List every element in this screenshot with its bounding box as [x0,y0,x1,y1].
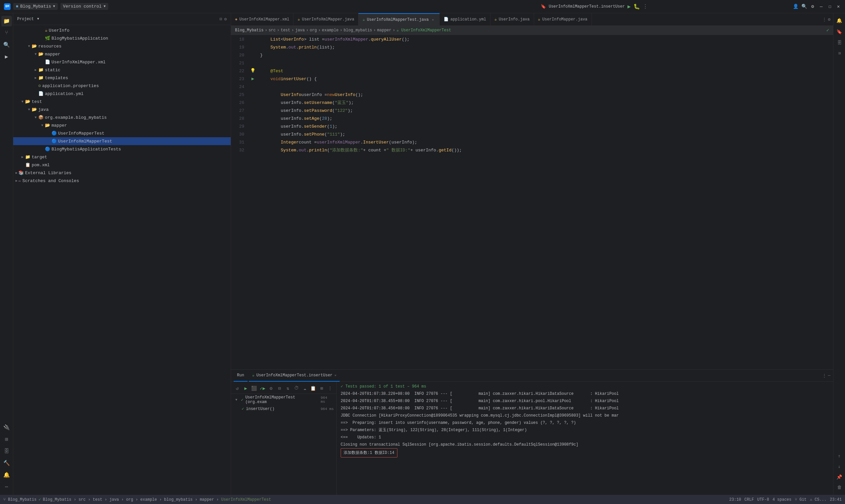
more-run-tools-icon[interactable]: ⋮ [327,384,334,392]
project-sidebar-icon[interactable]: 📁 [1,16,12,26]
status-indent[interactable]: 4 spaces [772,498,792,502]
breadcrumb-item[interactable]: org [310,28,317,33]
plugins-icon[interactable]: 🔌 [1,422,12,433]
tree-item-userinfoxmlmapper-xml[interactable]: 📄 UserInfoXmlMapper.xml [13,58,231,66]
tab-userinfo-java[interactable]: ☕ UserInfo.java [491,13,534,26]
tab-settings-icon[interactable]: ⚙ [828,17,830,22]
stop-icon[interactable]: ⬛ [250,384,258,392]
tree-item-scratches[interactable]: ▶ ✏ Scratches and Consoles [13,177,231,185]
sort-asc-icon[interactable]: ⇑ [835,451,844,461]
profile-icon[interactable]: 👤 [793,4,798,9]
debug-button[interactable]: 🐛 [633,3,640,10]
export-icon[interactable]: ☁ [301,384,309,392]
pin-icon[interactable]: 📌 [835,472,844,482]
run-line-icon[interactable]: ▶ [248,74,258,83]
project-panel-header: Project ▼ ⊟ ⚙ [13,13,231,25]
test-suite-item[interactable]: ▼ ✓ UserInfoXmlMapperTest (org.exam 964 … [231,394,336,406]
status-extra[interactable]: 23:41 [830,498,842,502]
status-branch[interactable]: ⑂ Blog_Mybatis [3,498,37,502]
run-tab-close-icon[interactable]: ✕ [334,373,336,377]
tab-application-yml[interactable]: 📄 application.yml [440,13,491,26]
tab-userinfo-xml-mapper-xml[interactable]: ◈ UserInfoXmlMapper.xml [231,13,294,26]
breadcrumb-item[interactable]: mapper [377,28,391,33]
tab-list-icon[interactable]: ⋮ [822,17,827,22]
terminal-icon[interactable]: ⊞ [1,434,12,445]
tree-item-test[interactable]: ▼ 📂 test [13,97,231,106]
collapse-all-icon[interactable]: ⊟ [219,17,222,22]
tree-item-blogtests[interactable]: 🔵 BlogMybatisApplicationTests [13,145,231,153]
status-breadcrumb[interactable]: Blog_Mybatis › src › test › java › org ›… [43,498,271,502]
tree-item-target[interactable]: ▶ 📁 target [13,153,231,161]
sort-icon[interactable]: ⇅ [284,384,292,392]
tree-item-java[interactable]: ▼ 📂 java [13,106,231,113]
tree-item-app-properties[interactable]: ⚙ application.properties [13,82,231,90]
settings-icon[interactable]: ⚙ [810,4,815,9]
status-crlf[interactable]: CRLF [744,498,754,502]
breadcrumb-item[interactable]: java [295,28,305,33]
maximize-button[interactable]: ☐ [827,4,832,9]
run-panel-minimize-icon[interactable]: — [828,373,830,378]
tree-item-templates[interactable]: ▶ 📁 templates [13,74,231,82]
tab-close-icon[interactable]: ✕ [431,17,435,22]
database-right-icon[interactable]: 🗄 [835,38,844,48]
sort-desc-icon[interactable]: ⇓ [835,462,844,471]
close-button[interactable]: ✕ [836,4,841,9]
tree-item-static[interactable]: ▶ 📁 static [13,66,231,74]
filter-icon[interactable]: ⊟ [276,384,283,392]
status-git-icon[interactable]: ⑂ Git [795,498,807,502]
tree-item-userinfoxmlmappertest[interactable]: 🔵 UserInfoXmlMapperTest [13,137,231,145]
bookmark-icon[interactable]: 🔖 [835,27,844,36]
tree-item-mapper-resources[interactable]: ▼ 📂 mapper [13,50,231,58]
run-tab-test[interactable]: ☕ UserInfoXmlMapperTest.insertUser ✕ [249,370,340,382]
tree-item-app-yml[interactable]: 📄 application.yml [13,90,231,97]
run-panel-more-icon[interactable]: ⋮ [822,373,827,378]
tab-userinfo-xml-mapper-test-java[interactable]: ☕ UserInfoXmlMapperTest.java ✕ [358,13,439,26]
tree-item-package[interactable]: ▼ 📦 org.example.blog_mybatis [13,113,231,121]
test-item-insertuser[interactable]: ✓ insertUser() 964 ms [231,406,336,412]
notifications-icon[interactable]: 🔔 [1,470,12,480]
settings-run-icon[interactable]: ⚙ [267,384,275,392]
settings-gear-icon[interactable]: ⚙ [224,17,227,22]
minimize-button[interactable]: — [818,4,824,9]
more-tools-icon[interactable]: ⋯ [1,482,12,492]
run-failed-icon[interactable]: ✓▶ [259,384,266,392]
notifications-right-icon[interactable]: 🔔 [835,16,844,25]
breadcrumb-item[interactable]: Blog_Mybatis [235,28,263,33]
vcs-button[interactable]: Version control ▼ [60,3,108,10]
trash-icon[interactable]: 🗑 [835,483,844,492]
breadcrumb-item[interactable]: blog_mybatis [344,28,372,33]
run-all-icon[interactable]: ▶ [242,384,249,392]
tree-item-pom[interactable]: 📋 pom.xml [13,161,231,169]
database-icon[interactable]: 🗄 [1,446,12,456]
breadcrumb-item[interactable]: ☕ UserInfoXmlMapperTest [397,28,451,33]
breadcrumb-item[interactable]: test [281,28,290,33]
tab-userinfo-xml-mapper-java[interactable]: ☕ UserInfoXmlMapper.java [294,13,358,26]
build-icon[interactable]: 🔨 [1,458,12,468]
bulb-icon[interactable]: 💡 [248,67,258,74]
run-button[interactable]: ▶ [628,3,631,10]
run-tab-run[interactable]: Run [234,370,248,382]
status-line-col[interactable]: 23:10 [729,498,741,502]
run-sidebar-icon[interactable]: ▶ [1,52,12,62]
tree-item-resources[interactable]: ▼ 📂 resources [13,42,231,50]
more-run-button[interactable]: ⋮ [642,3,648,10]
breadcrumb-item[interactable]: example [322,28,338,33]
maven-label[interactable]: m [837,52,842,54]
status-warnings[interactable]: ⚠ CS... [810,497,827,502]
tree-item-blogmybatisapp[interactable]: 🌿 BlogMybatisApplication [13,34,231,42]
tree-item-mapper-test[interactable]: ▼ 📂 mapper [13,121,231,129]
tab-userinfomapper-java[interactable]: ☕ UserInfoMapper.java [534,13,592,26]
search-sidebar-icon[interactable]: 🔍 [1,40,12,50]
tree-item-userinfo[interactable]: ☕ UserInfo [13,26,231,34]
breadcrumb-item[interactable]: src [269,28,276,33]
copy-output-icon[interactable]: 📋 [310,384,317,392]
expand-icon[interactable]: ⊞ [318,384,325,392]
project-name-btn[interactable]: ■ Blog_Mybatis ▼ [13,3,58,10]
history-icon[interactable]: ⏱ [293,384,300,392]
tree-item-external-libraries[interactable]: ▶ 📚 External Libraries [13,169,231,177]
rerun-icon[interactable]: ↺ [234,384,241,392]
search-icon[interactable]: 🔍 [802,4,807,9]
tree-item-userinfomappertest[interactable]: 🔵 UserInfoMapperTest [13,129,231,137]
status-encoding[interactable]: UTF-8 [757,498,769,502]
git-sidebar-icon[interactable]: ⑂ [1,28,12,38]
